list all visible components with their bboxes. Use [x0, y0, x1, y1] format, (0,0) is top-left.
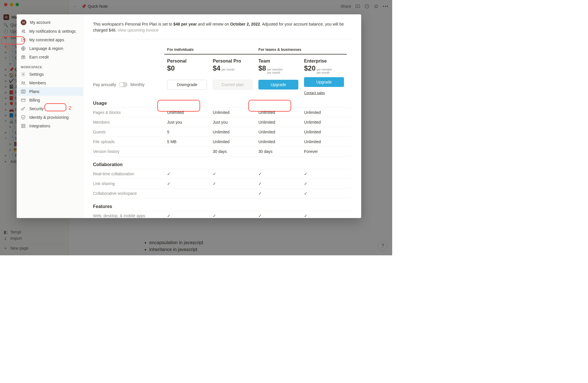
billing-period-toggle[interactable]: Pay annually Monthly — [93, 82, 164, 87]
key-icon — [21, 106, 26, 111]
feature-row: Version history30 days30 daysForever — [93, 147, 351, 156]
nav-item-security[interactable]: Security — [17, 104, 83, 113]
nav-label: Members — [29, 81, 46, 85]
feature-cell: ✓ — [210, 213, 256, 218]
svg-point-10 — [24, 82, 25, 83]
svg-point-2 — [24, 30, 25, 31]
svg-rect-13 — [22, 124, 23, 126]
nav-item-members[interactable]: Members — [17, 79, 83, 87]
feature-cell: Unlimited — [256, 139, 301, 144]
feature-label: Link sharing — [93, 181, 164, 186]
group-teams: For teams & businesses — [256, 45, 347, 55]
feature-cell: Unlimited — [210, 139, 256, 144]
feature-row: Guests5UnlimitedUnlimitedUnlimited — [93, 127, 351, 137]
map-icon — [21, 89, 26, 94]
feature-cell: ✓ — [301, 172, 347, 176]
nav-label: Language & region — [29, 46, 63, 51]
feature-cell: Unlimited — [301, 120, 347, 125]
feature-label: Collaborative workspace — [93, 191, 164, 196]
view-invoice-link[interactable]: View upcoming invoice — [118, 28, 158, 32]
nav-item-billing[interactable]: Billing — [17, 96, 83, 104]
card-icon — [21, 98, 26, 103]
toggle-switch[interactable] — [119, 82, 127, 87]
feature-cell: ✓ — [164, 181, 210, 186]
feature-row: Pages & blocksUnlimitedUnlimitedUnlimite… — [93, 108, 351, 117]
section-features: Features — [93, 198, 351, 211]
feature-cell: Unlimited — [210, 130, 256, 134]
nav-item-language[interactable]: Language & region — [17, 44, 83, 53]
downgrade-button[interactable]: Downgrade — [167, 80, 207, 90]
feature-row: File uploads5 MBUnlimitedUnlimitedUnlimi… — [93, 137, 351, 147]
settings-nav: HMy accountMy notifications & settingsMy… — [17, 14, 83, 218]
feature-cell: ✓ — [256, 181, 301, 186]
plan-personal-name: Personal — [167, 59, 207, 64]
feature-cell: Forever — [301, 149, 347, 154]
billing-notice: This workspace's Personal Pro Plan is se… — [93, 21, 351, 33]
nav-item-connected-apps[interactable]: My connected apps — [17, 36, 83, 44]
feature-cell: Unlimited — [210, 110, 256, 115]
plan-pro-price: $4 — [213, 64, 220, 72]
svg-rect-11 — [21, 99, 25, 102]
feature-cell: Unlimited — [164, 110, 210, 115]
avatar-icon: H — [21, 20, 26, 25]
nav-section-workspace: WORKSPACE — [17, 61, 83, 70]
current-plan-button: Current plan — [213, 80, 253, 90]
feature-label: Members — [93, 120, 164, 125]
section-usage: Usage — [93, 95, 351, 108]
feature-cell: 30 days — [256, 149, 301, 154]
feature-cell: Unlimited — [301, 139, 347, 144]
nav-label: Billing — [29, 98, 40, 102]
nav-item-my-account[interactable]: HMy account — [17, 18, 83, 27]
grid-icon — [21, 123, 26, 129]
nav-label: My notifications & settings — [29, 29, 76, 34]
plan-enterprise-name: Enterprise — [304, 59, 344, 64]
nav-label: Earn credit — [29, 55, 49, 59]
svg-point-9 — [22, 82, 23, 83]
contact-sales-link[interactable]: Contact sales — [301, 91, 347, 95]
svg-rect-16 — [24, 127, 25, 128]
settings-modal: HMy accountMy notifications & settingsMy… — [17, 14, 361, 218]
feature-cell: ✓ — [164, 213, 210, 218]
nav-item-identity[interactable]: Identity & provisioning — [17, 113, 83, 122]
feature-cell: ✓ — [210, 181, 256, 186]
feature-cell: ✓ — [164, 172, 210, 176]
feature-label: Version history — [93, 149, 164, 154]
feature-cell: 30 days — [210, 149, 256, 154]
nav-label: Settings — [29, 72, 44, 77]
feature-cell: 5 — [164, 130, 210, 134]
nav-item-integrations[interactable]: Integrations — [17, 122, 83, 130]
feature-label: Web, desktop, & mobile apps — [93, 213, 164, 218]
nav-label: Plans — [29, 89, 39, 94]
feature-cell: Unlimited — [301, 130, 347, 134]
feature-cell: Unlimited — [256, 110, 301, 115]
upgrade-team-button[interactable]: Upgrade — [258, 80, 298, 90]
nav-label: My account — [30, 20, 51, 25]
shield-icon — [21, 115, 26, 120]
sliders-icon — [21, 29, 26, 34]
nav-item-settings[interactable]: Settings — [17, 70, 83, 79]
svg-rect-15 — [22, 127, 23, 128]
plan-pro-name: Personal Pro — [213, 59, 253, 64]
feature-cell: Just you — [164, 120, 210, 125]
upgrade-enterprise-button[interactable]: Upgrade — [304, 77, 344, 87]
nav-item-notifications[interactable]: My notifications & settings — [17, 27, 83, 36]
nav-item-plans[interactable]: Plans — [17, 87, 83, 96]
feature-cell: Unlimited — [256, 120, 301, 125]
nav-item-earn-credit[interactable]: Earn credit — [17, 53, 83, 61]
feature-cell: ✓ — [256, 172, 301, 176]
globe-icon — [21, 46, 26, 51]
external-icon — [21, 37, 26, 42]
feature-row: Web, desktop, & mobile apps✓✓✓✓ — [93, 211, 351, 218]
gift-icon — [21, 55, 26, 60]
feature-label: Real-time collaboration — [93, 172, 164, 176]
group-individuals: For individuals — [164, 45, 256, 55]
nav-label: Identity & provisioning — [29, 115, 69, 120]
plan-personal-price: $0 — [167, 64, 175, 72]
feature-label: Pages & blocks — [93, 110, 164, 115]
feature-cell: ✓ — [301, 191, 347, 196]
feature-row: Collaborative workspace✓✓ — [93, 188, 351, 198]
settings-body: This workspace's Personal Pro Plan is se… — [83, 14, 361, 218]
feature-cell: Just you — [210, 120, 256, 125]
feature-cell: ✓ — [210, 172, 256, 176]
gear-icon — [21, 72, 26, 77]
